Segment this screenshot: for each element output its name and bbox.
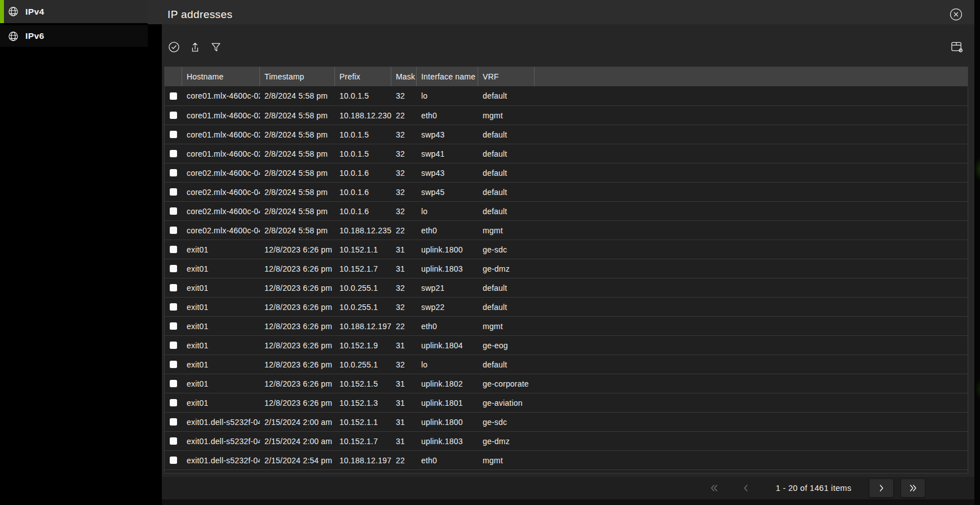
table-row[interactable]: core02.mlx-4600c-042/8/2024 5:58 pm10.18…	[165, 220, 968, 240]
cell-filler	[535, 278, 968, 297]
last-page-button[interactable]	[901, 479, 925, 497]
next-page-button[interactable]	[869, 479, 893, 497]
cell-vrf: ge-aviation	[478, 393, 535, 412]
first-page-icon	[709, 482, 720, 494]
pagination-bar: 1 - 20 of 1461 items	[148, 477, 974, 499]
row-select-cell	[165, 278, 182, 297]
validate-check-button[interactable]	[166, 39, 182, 55]
row-checkbox[interactable]	[170, 322, 177, 330]
table-row[interactable]: core01.mlx-4600c-022/8/2024 5:58 pm10.0.…	[165, 86, 968, 105]
table-row[interactable]: exit0112/8/2023 6:26 pm10.0.255.132swp22…	[165, 297, 968, 316]
cell-prefix: 10.152.1.1	[335, 413, 391, 431]
table-row[interactable]: exit01.dell-s5232f-042/15/2024 2:54 pm10…	[165, 450, 968, 469]
table-settings-button[interactable]	[949, 39, 965, 55]
table-row[interactable]: core02.mlx-4600c-042/8/2024 5:58 pm10.0.…	[165, 182, 968, 201]
cell-mask: 31	[391, 240, 417, 259]
row-checkbox[interactable]	[170, 284, 177, 291]
table-row[interactable]: exit0112/8/2023 6:26 pm10.152.1.331uplin…	[165, 393, 968, 412]
row-checkbox[interactable]	[170, 361, 177, 368]
table-row[interactable]: core02.mlx-4600c-042/8/2024 5:58 pm10.0.…	[165, 201, 968, 220]
sidebar: IPv4 IPv6	[0, 0, 148, 505]
cell-interface: lo	[417, 202, 478, 220]
cell-hostname: exit01	[182, 393, 260, 412]
cell-mask: 32	[391, 144, 417, 163]
table-row[interactable]: core02.mlx-4600c-042/8/2024 5:58 pm10.0.…	[165, 163, 968, 182]
row-checkbox[interactable]	[170, 457, 177, 464]
row-checkbox[interactable]	[170, 92, 177, 100]
table-header-row: Hostname Timestamp Prefix Mask Interface…	[165, 67, 968, 86]
column-header-mask[interactable]: Mask	[391, 67, 417, 86]
column-header-timestamp[interactable]: Timestamp	[260, 67, 335, 86]
cell-timestamp: 12/8/2023 6:26 pm	[260, 240, 335, 259]
ip-addresses-panel: IP addresses	[148, 0, 974, 505]
row-select-cell	[165, 125, 182, 144]
sidebar-item-ipv6[interactable]: IPv6	[0, 25, 148, 47]
row-select-cell	[165, 86, 182, 105]
row-checkbox[interactable]	[170, 418, 177, 426]
panel-bottom-edge	[148, 499, 974, 505]
table-row[interactable]: exit0112/8/2023 6:26 pm10.152.1.131uplin…	[165, 240, 968, 259]
row-checkbox[interactable]	[170, 246, 177, 253]
table-row[interactable]: core01.mlx-4600c-022/8/2024 5:58 pm10.0.…	[165, 144, 968, 163]
cell-mask: 32	[391, 202, 417, 220]
cell-interface: uplink.1804	[417, 336, 478, 355]
cell-prefix: 10.152.1.9	[335, 336, 391, 355]
cell-prefix: 10.152.1.1	[335, 240, 391, 259]
ip-table: Hostname Timestamp Prefix Mask Interface…	[164, 67, 968, 473]
cell-filler	[535, 183, 968, 201]
table-row[interactable]: exit0112/8/2023 6:26 pm10.188.12.19722et…	[165, 316, 968, 335]
cell-prefix: 10.188.12.230	[335, 106, 391, 125]
cell-interface: eth0	[417, 317, 478, 335]
row-select-cell	[165, 451, 182, 469]
close-button[interactable]	[948, 7, 963, 22]
table-row[interactable]: exit0112/8/2023 6:26 pm10.152.1.731uplin…	[165, 259, 968, 278]
cell-hostname: core02.mlx-4600c-04	[182, 221, 260, 240]
filter-button[interactable]	[209, 40, 223, 55]
row-checkbox[interactable]	[170, 380, 177, 387]
table-row[interactable]: exit01.dell-s5232f-042/15/2024 2:00 am10…	[165, 431, 968, 450]
cell-mask: 31	[391, 259, 417, 278]
cell-prefix: 10.0.1.6	[335, 202, 391, 220]
row-checkbox[interactable]	[170, 131, 177, 138]
first-page-button[interactable]	[703, 479, 726, 497]
row-checkbox[interactable]	[170, 188, 177, 196]
sidebar-item-ipv4[interactable]: IPv4	[0, 0, 148, 23]
column-header-vrf[interactable]: VRF	[478, 67, 535, 86]
table-row[interactable]: exit0112/8/2023 6:26 pm10.0.255.132lodef…	[165, 355, 968, 374]
table-row[interactable]: exit0112/8/2023 6:26 pm10.152.1.531uplin…	[165, 374, 968, 393]
cell-filler	[535, 355, 968, 374]
cell-mask: 32	[391, 163, 417, 182]
previous-page-button[interactable]	[734, 479, 758, 497]
row-checkbox[interactable]	[170, 399, 177, 406]
table-row[interactable]: exit0112/8/2023 6:26 pm10.152.1.931uplin…	[165, 335, 968, 355]
cell-filler	[535, 144, 968, 163]
cell-filler	[535, 259, 968, 278]
column-header-prefix[interactable]: Prefix	[335, 67, 391, 86]
table-row[interactable]: core01.mlx-4600c-022/8/2024 5:58 pm10.0.…	[165, 125, 968, 144]
close-circle-icon	[949, 7, 963, 21]
next-page-icon	[876, 482, 887, 494]
row-checkbox[interactable]	[170, 227, 177, 234]
previous-page-icon	[740, 482, 752, 494]
table-row[interactable]: exit0112/8/2023 6:26 pm10.0.255.132swp21…	[165, 278, 968, 297]
cell-filler	[535, 413, 968, 431]
cell-filler	[535, 125, 968, 144]
row-checkbox[interactable]	[170, 303, 177, 311]
upload-button[interactable]	[188, 40, 202, 55]
row-checkbox[interactable]	[170, 265, 177, 272]
row-checkbox[interactable]	[170, 169, 177, 176]
table-settings-icon	[950, 40, 964, 54]
column-header-hostname[interactable]: Hostname	[182, 67, 260, 86]
row-checkbox[interactable]	[170, 150, 177, 157]
row-checkbox[interactable]	[170, 437, 177, 445]
table-row[interactable]: core01.mlx-4600c-022/8/2024 5:58 pm10.18…	[165, 105, 968, 125]
row-checkbox[interactable]	[170, 207, 177, 215]
panel-left-strip	[148, 24, 162, 505]
row-checkbox[interactable]	[170, 342, 177, 349]
column-header-interface[interactable]: Interface name	[417, 67, 478, 86]
row-checkbox[interactable]	[170, 112, 177, 119]
cell-prefix: 10.0.1.5	[335, 144, 391, 163]
table-row[interactable]: exit01.dell-s5232f-042/15/2024 2:00 am10…	[165, 412, 968, 431]
cell-hostname: core02.mlx-4600c-04	[182, 183, 260, 201]
cell-mask: 32	[391, 183, 417, 201]
